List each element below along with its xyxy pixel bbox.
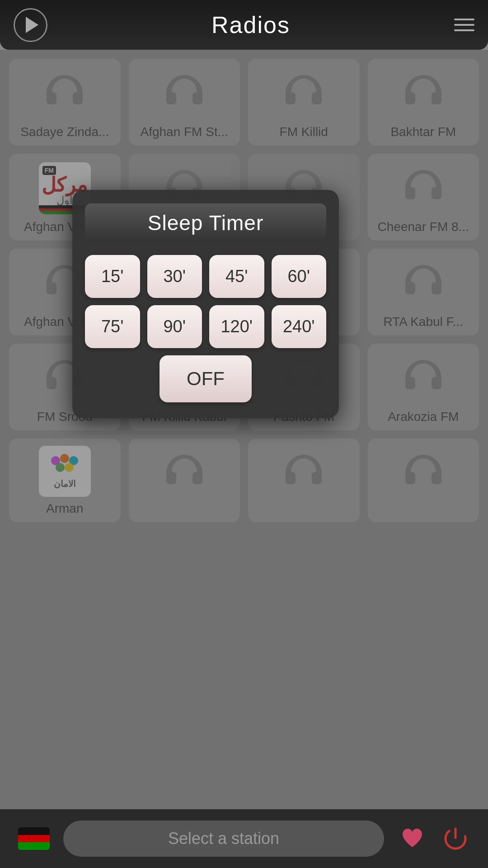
timer-75-button[interactable]: 75' xyxy=(85,305,140,348)
heart-icon xyxy=(400,826,425,851)
main-content: Sadaye Zinda... Afghan FM St... FM Killi… xyxy=(0,50,488,809)
timer-120-button[interactable]: 120' xyxy=(209,305,264,348)
modal-overlay[interactable] xyxy=(0,50,488,809)
favorite-button[interactable] xyxy=(398,824,427,854)
sleep-timer-title-bar: Sleep Timer xyxy=(85,203,326,242)
sleep-timer-title: Sleep Timer xyxy=(148,211,263,235)
app-header: Radios xyxy=(0,0,488,50)
station-select-label: Select a station xyxy=(168,829,279,848)
flag-red-stripe xyxy=(18,835,50,843)
timer-off-row: OFF xyxy=(85,355,326,402)
station-selector[interactable]: Select a station xyxy=(63,821,384,857)
menu-line-2 xyxy=(454,24,474,26)
menu-line-3 xyxy=(454,29,474,31)
timer-30-button[interactable]: 30' xyxy=(147,255,202,298)
power-button[interactable] xyxy=(441,824,470,854)
app-title: Radios xyxy=(211,11,290,38)
timer-90-button[interactable]: 90' xyxy=(147,305,202,348)
menu-line-1 xyxy=(454,19,474,20)
timer-45-button[interactable]: 45' xyxy=(209,255,264,298)
afghanistan-flag xyxy=(18,827,50,850)
timer-240-button[interactable]: 240' xyxy=(272,305,327,348)
power-icon xyxy=(442,825,469,852)
sleep-timer-modal: Sleep Timer 15' 30' 45' 60' 75' 90' 120'… xyxy=(72,190,339,418)
timer-buttons-row2: 75' 90' 120' 240' xyxy=(85,305,326,348)
timer-buttons-row1: 15' 30' 45' 60' xyxy=(85,255,326,298)
menu-button[interactable] xyxy=(454,19,474,31)
timer-60-button[interactable]: 60' xyxy=(272,255,327,298)
flag-black-stripe xyxy=(18,827,50,835)
play-button[interactable] xyxy=(14,8,47,42)
bottom-bar: Select a station xyxy=(0,809,488,868)
timer-15-button[interactable]: 15' xyxy=(85,255,140,298)
timer-off-button[interactable]: OFF xyxy=(160,355,252,402)
flag-green-stripe xyxy=(18,842,50,850)
